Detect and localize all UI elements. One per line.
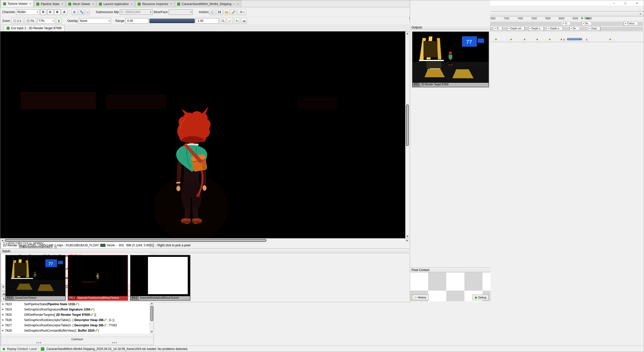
range-start-marker-icon[interactable]: ▲	[563, 38, 565, 41]
input-thumbnail-ps2[interactable]: PS 2 SeparateModulationBilinearTexture	[130, 255, 190, 301]
timeline-pass-section[interactable]: + Dept…	[588, 27, 600, 31]
close-timeline-icon[interactable]: ×	[638, 12, 642, 16]
input-thumbnail-ps1[interactable]: PS 1 SeparateTranslucencyBilinearTexture	[68, 255, 128, 301]
range-slider[interactable]	[149, 19, 195, 23]
canvas-hscrollbar[interactable]: ◀ ▶	[0, 238, 409, 242]
api-call-row[interactable]: ▶7823SetPipelineState(Pipeline State 131…	[1, 301, 149, 307]
fit-button[interactable]: Fit	[24, 18, 36, 24]
tab-resource-inspector[interactable]: Resource Inspector×	[135, 1, 174, 7]
close-icon[interactable]: ×	[631, 0, 643, 6]
expand-icon[interactable]: ▶	[1, 314, 5, 316]
splitter-grip[interactable]: ●●●	[112, 341, 117, 344]
timeline-pass-section[interactable]: + Colour…	[624, 22, 638, 26]
api-call-row[interactable]: ▶7824SetGraphicsRootSignature(Root Signa…	[1, 307, 149, 312]
scroll-up-icon[interactable]: ▲	[406, 31, 409, 35]
usage-marker-icon[interactable]: ▲	[536, 38, 538, 40]
api-call-row[interactable]: ▶7826SetGraphicsRootDescriptorTable(1, {…	[1, 317, 149, 323]
background-dropdown[interactable]	[86, 9, 90, 15]
tab-caravansandwitch-win64-shipping[interactable]: CaravanSandWitch_Win64_Shipping ⋯×	[175, 1, 241, 7]
timeline-pass-section[interactable]: + De…	[570, 27, 579, 31]
texture-canvas[interactable]	[0, 31, 405, 238]
channel-r-toggle[interactable]: R	[40, 9, 46, 15]
maximize-icon[interactable]: □	[620, 0, 631, 6]
channel-a-toggle[interactable]: A	[61, 9, 67, 15]
gamma-toggle[interactable]	[72, 9, 78, 15]
timeline-pass-section[interactable]: + Depth-o…	[547, 27, 562, 31]
histogram-button[interactable]	[241, 18, 247, 24]
zoom-range-button[interactable]	[220, 18, 226, 24]
tab-launch-application[interactable]: Launch Application×	[97, 1, 135, 7]
resource-link-button[interactable]	[231, 9, 237, 15]
copy-button[interactable]	[210, 9, 216, 15]
close-tab-icon[interactable]: ×	[131, 2, 133, 6]
zoom-1-1-button[interactable]: 1:1	[11, 18, 24, 24]
tab-pipeline-state[interactable]: Pipeline State×	[34, 1, 65, 7]
timeline-pass-section[interactable]: + D…	[494, 27, 502, 31]
scroll-down-icon[interactable]: ▼	[406, 234, 409, 238]
tab-mesh-viewer[interactable]: Mesh Viewer×	[66, 1, 96, 7]
tab-texture-viewer[interactable]: Texture Viewer×	[1, 0, 33, 7]
close-tab-icon[interactable]: ×	[61, 2, 63, 6]
pixel-grid-icon	[13, 19, 16, 22]
slice-face-select[interactable]	[169, 9, 193, 15]
usage-marker-icon[interactable]: ▲	[549, 38, 551, 40]
background-pattern-button[interactable]	[79, 9, 85, 15]
channel-b-toggle[interactable]: B	[54, 9, 60, 15]
close-tab-icon[interactable]: ×	[92, 2, 94, 6]
expand-icon[interactable]: ▶	[1, 308, 5, 310]
flip-y-button[interactable]	[56, 18, 62, 24]
open-texture-button[interactable]	[224, 9, 230, 15]
api-call-row[interactable]: ▶7827SetGraphicsRootDescriptorTable(0, {…	[1, 323, 149, 328]
pixel-context-view[interactable]: ◷ History ● Debug	[410, 272, 491, 301]
scroll-up-icon[interactable]: ▲	[150, 301, 154, 305]
usage-marker-icon[interactable]: ▲	[524, 38, 526, 40]
close-tab-icon[interactable]: ×	[170, 2, 172, 6]
range-min-input[interactable]: 0.00	[125, 18, 148, 24]
range-max-input[interactable]: 1.00	[196, 18, 219, 24]
expand-icon[interactable]: ▶	[1, 329, 5, 332]
output-thumbnail-rt0[interactable]: 77 RT0 2D Render Target 97600	[412, 31, 489, 87]
range-end-marker-icon[interactable]: ▲	[586, 38, 588, 41]
api-call-row[interactable]: ▶7828SetGraphicsRootConstantBufferView(2…	[1, 328, 149, 333]
input-thumbnail-ps0[interactable]: 77 PS 0 SceneColorTexture	[5, 255, 66, 301]
api-call-row[interactable]: ▶7825OMSetRenderTargets([ 2D Render Targ…	[1, 312, 149, 317]
hover-color-swatch	[100, 244, 105, 247]
mip-select[interactable]: 0 - 2560x1440	[120, 9, 152, 15]
api-vscrollbar[interactable]: ▲ ▼	[150, 301, 153, 334]
timeline-pass-section[interactable]: + De…	[582, 22, 591, 26]
timeline-pass-section[interactable]: + Depth-o…	[528, 27, 544, 31]
usage-marker-icon[interactable]: ▲	[495, 38, 497, 40]
timeline-pass-section[interactable]: + Depth-onl…	[507, 27, 525, 31]
scroll-left-icon[interactable]: ◀	[0, 239, 4, 242]
minimize-icon[interactable]: −	[608, 0, 620, 6]
callstack-section[interactable]: Callstack ●●● ●●●	[1, 337, 153, 345]
timeline-pass-section[interactable]: + D…	[562, 22, 571, 26]
current-texture-tab[interactable]: Cur Input 1 - 2D Render Target 97595	[4, 25, 64, 31]
canvas-vscrollbar[interactable]: ▲ ▼	[405, 31, 409, 238]
scroll-left-icon[interactable]: ◀	[1, 285, 5, 289]
close-tab-icon[interactable]: ×	[237, 2, 239, 6]
usage-marker-icon[interactable]: ▲	[560, 38, 562, 40]
input-slot: PS 0	[6, 296, 14, 300]
debug-button[interactable]: ● Debug	[472, 295, 489, 300]
autofit-range-button[interactable]	[227, 18, 233, 24]
usage-marker-icon[interactable]: ▲	[579, 38, 581, 40]
usage-marker-icon[interactable]: ▲	[609, 38, 611, 40]
overlay-select[interactable]: None	[79, 18, 111, 24]
expand-icon[interactable]: ▶	[1, 319, 5, 321]
splitter-grip[interactable]: ●●●	[36, 341, 42, 344]
reset-range-button[interactable]: ↻	[234, 18, 240, 24]
replay-context[interactable]: Replay Context: Local	[7, 347, 36, 351]
texture-settings-button[interactable]	[238, 9, 246, 15]
close-tab-icon[interactable]: ×	[29, 2, 31, 6]
zoom-percent-select[interactable]: 77%	[37, 18, 55, 24]
usage-marker-icon[interactable]: ▲	[510, 38, 512, 40]
scroll-right-icon[interactable]: ▶	[405, 239, 409, 242]
channel-g-toggle[interactable]: G	[47, 9, 53, 15]
expand-icon[interactable]: ▶	[1, 324, 5, 326]
history-button[interactable]: ◷ History	[412, 295, 429, 300]
save-texture-button[interactable]	[217, 9, 223, 15]
channels-select[interactable]: RGBA	[16, 9, 39, 15]
expand-icon[interactable]: ▶	[1, 303, 5, 305]
scroll-down-icon[interactable]: ▼	[150, 330, 154, 334]
